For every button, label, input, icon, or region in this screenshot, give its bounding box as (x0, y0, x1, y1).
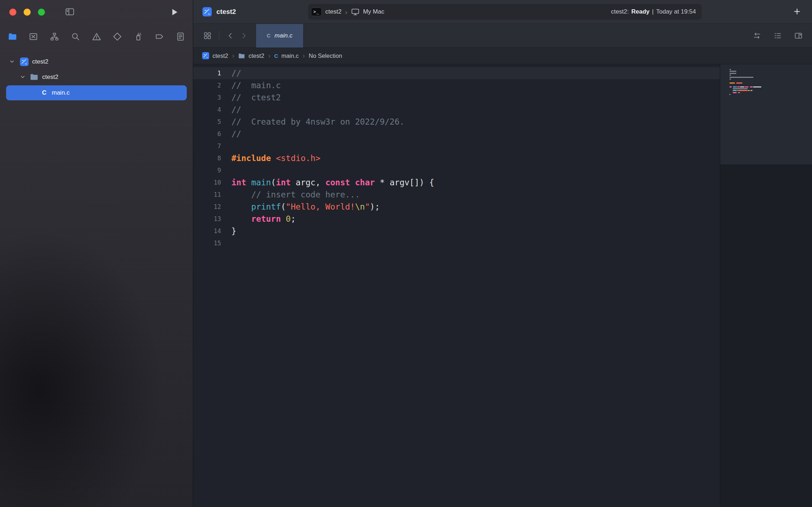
tree-row-project[interactable]: ctest2 (0, 54, 193, 69)
go-back-button[interactable] (224, 29, 237, 43)
find-navigator-button[interactable] (69, 30, 82, 44)
status-state: Ready (631, 8, 650, 15)
tree-row-file-selected[interactable]: C main.c (6, 85, 187, 100)
play-icon (170, 7, 179, 17)
breadcrumb-label: No Selection (309, 52, 342, 59)
go-forward-button[interactable] (237, 29, 250, 43)
project-tree: ctest2 ctest2 C main.c (0, 49, 193, 100)
code-line[interactable]: 13 return 0; (193, 213, 720, 225)
code-line[interactable]: 15 (193, 237, 720, 249)
code-line[interactable]: 10int main(int argc, const char * argv[]… (193, 176, 720, 189)
code-line[interactable]: 9 (193, 164, 720, 176)
line-number: 6 (193, 128, 221, 140)
breadcrumb-selection[interactable]: No Selection (309, 52, 342, 59)
split-editor-icon (794, 31, 803, 40)
minimap-line (730, 75, 812, 76)
breadcrumb-label: main.c (281, 52, 299, 59)
minimize-window-button[interactable] (24, 9, 31, 16)
project-navigator-button[interactable] (6, 30, 19, 44)
xcode-project-icon (20, 57, 29, 66)
line-number: 14 (193, 225, 221, 237)
breakpoint-navigator-button[interactable] (152, 30, 166, 44)
code-line[interactable]: 5// Created by 4nsw3r on 2022/9/26. (193, 116, 720, 128)
my-mac-icon (351, 7, 360, 16)
activity-status[interactable]: ctest2: Ready | Today at 19:54 (611, 8, 696, 15)
chevron-right-icon: › (232, 52, 234, 60)
tree-row-group[interactable]: ctest2 (0, 69, 193, 85)
code-editor[interactable]: 1//2// main.c3// ctest24//5// Created by… (193, 64, 720, 507)
x-square-icon (29, 32, 38, 41)
test-navigator-button[interactable] (111, 30, 124, 44)
line-number: 2 (193, 79, 221, 91)
line-number: 12 (193, 201, 221, 213)
code-line[interactable]: 3// ctest2 (193, 91, 720, 104)
zoom-window-button[interactable] (38, 9, 45, 16)
breadcrumb-label: ctest2 (249, 52, 264, 59)
debug-navigator-button[interactable] (132, 30, 145, 44)
disclosure-chevron[interactable] (19, 74, 26, 80)
code-line[interactable]: 6// (193, 128, 720, 140)
code-text: // ctest2 (231, 91, 281, 104)
scheme-selector[interactable]: >_ ctest2 › My Mac (311, 7, 384, 16)
breadcrumb-project[interactable]: ctest2 (202, 52, 228, 59)
navigator-sidebar: ctest2 ctest2 C main.c (0, 0, 193, 507)
folder-icon (30, 73, 39, 81)
code-text: return 0; (231, 213, 296, 225)
folder-icon (8, 32, 17, 41)
code-text: #include <stdio.h> (231, 152, 320, 164)
minimap-line (730, 86, 812, 87)
group-label: ctest2 (42, 74, 58, 81)
code-line[interactable]: 4// (193, 104, 720, 116)
chevron-left-icon (227, 32, 235, 40)
line-number: 13 (193, 213, 221, 225)
code-line[interactable]: 7 (193, 140, 720, 152)
code-line[interactable]: 12 printf("Hello, World!\n"); (193, 201, 720, 213)
editor-options-button[interactable] (751, 29, 763, 43)
minimap-line (730, 82, 812, 84)
warning-triangle-icon (92, 32, 101, 41)
add-tab-button[interactable]: + (790, 4, 804, 19)
breadcrumb-file[interactable]: C main.c (274, 52, 299, 59)
code-line[interactable]: 14} (193, 225, 720, 237)
run-button[interactable] (168, 6, 181, 18)
status-separator: | (652, 8, 653, 15)
code-review-button[interactable] (771, 29, 784, 43)
close-window-button[interactable] (9, 9, 16, 16)
code-line[interactable]: 1// (193, 67, 720, 79)
traffic-lights (0, 9, 45, 16)
split-editor-button[interactable] (792, 29, 805, 43)
disclosure-chevron[interactable] (9, 59, 15, 65)
code-line[interactable]: 11 // insert code here... (193, 189, 720, 201)
diamond-icon (112, 32, 122, 41)
symbol-navigator-button[interactable] (48, 30, 61, 44)
minimap-line (730, 90, 812, 91)
minimap-panel[interactable] (720, 64, 812, 507)
breadcrumb-group[interactable]: ctest2 (238, 52, 264, 59)
code-text: // (231, 104, 241, 116)
main-area: ctest2 >_ ctest2 › My Mac ctest2: Ready … (193, 0, 812, 507)
plus-icon: + (794, 5, 800, 18)
sidebar-toggle-button[interactable] (62, 5, 77, 18)
window-project-title: ctest2 (216, 8, 236, 16)
minimap-line (730, 88, 812, 89)
minimap-line (730, 73, 812, 74)
editor-area: 1//2// main.c3// ctest24//5// Created by… (193, 64, 812, 507)
search-icon (71, 32, 80, 41)
grid-icon (203, 31, 212, 40)
tab-main-c[interactable]: C main.c (256, 24, 304, 47)
report-navigator-button[interactable] (174, 30, 187, 44)
editor-overview-button[interactable] (201, 29, 214, 43)
line-number: 4 (193, 104, 221, 116)
scheme-name: ctest2 (325, 8, 341, 15)
minimap-viewport[interactable] (720, 64, 812, 165)
source-control-navigator-button[interactable] (27, 30, 40, 44)
file-label: main.c (52, 89, 70, 96)
code-line[interactable]: 2// main.c (193, 79, 720, 91)
chevron-right-icon: › (303, 52, 305, 60)
code-lines: 1//2// main.c3// ctest24//5// Created by… (193, 67, 720, 249)
chevron-right-icon (240, 32, 247, 40)
editor-controls (751, 29, 805, 43)
code-line[interactable]: 8#include <stdio.h> (193, 152, 720, 164)
issue-navigator-button[interactable] (90, 30, 103, 44)
code-text: printf("Hello, World!\n"); (231, 201, 380, 213)
